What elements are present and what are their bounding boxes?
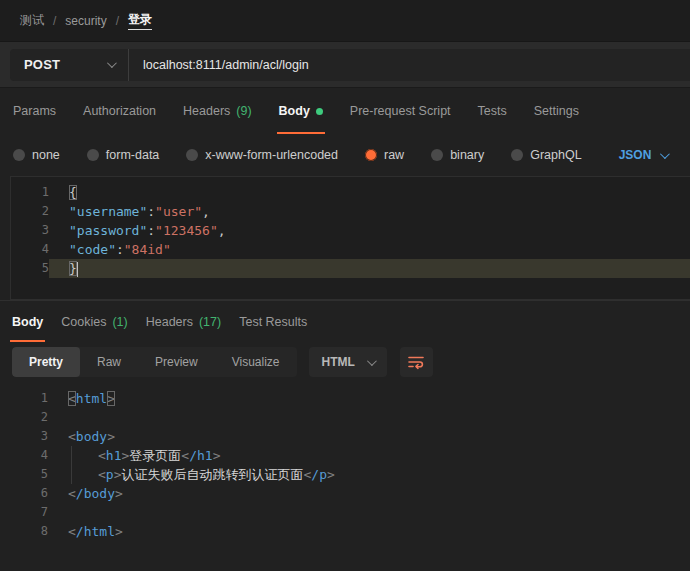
code-line: 3 <body> xyxy=(0,427,690,446)
radio-icon xyxy=(511,149,523,161)
method-label: POST xyxy=(24,57,60,72)
json-value: "user" xyxy=(155,204,202,219)
response-format-select[interactable]: HTML xyxy=(309,347,387,377)
angle-close: > xyxy=(327,467,335,482)
response-tab-headers[interactable]: Headers (17) xyxy=(146,301,221,342)
method-select[interactable]: POST xyxy=(10,49,128,81)
wrap-lines-button[interactable] xyxy=(400,347,433,377)
view-raw-button[interactable]: Raw xyxy=(80,347,138,377)
view-pretty-button[interactable]: Pretty xyxy=(12,347,80,377)
tag-name: /body xyxy=(76,486,115,501)
raw-language-select[interactable]: JSON xyxy=(619,148,668,162)
line-number: 3 xyxy=(11,221,49,240)
colon: : xyxy=(147,204,155,219)
tab-count: (9) xyxy=(236,104,251,118)
request-tabs: Params Authorization Headers (9) Body Pr… xyxy=(0,88,690,134)
tab-authorization[interactable]: Authorization xyxy=(83,88,156,134)
view-preview-button[interactable]: Preview xyxy=(138,347,215,377)
tab-label: Settings xyxy=(534,104,579,118)
angle-close: > xyxy=(213,448,221,463)
tab-label: Authorization xyxy=(83,104,156,118)
code-line: 1 <html> xyxy=(0,389,690,408)
mode-form-data[interactable]: form-data xyxy=(87,148,160,162)
colon: : xyxy=(116,242,124,257)
comma: , xyxy=(218,223,226,238)
breadcrumb-item-collection[interactable]: security xyxy=(65,14,106,28)
tag-name: html xyxy=(76,391,107,406)
line-number: 3 xyxy=(0,427,48,446)
chevron-down-icon xyxy=(367,356,377,366)
response-view-toolbar: Pretty Raw Preview Visualize HTML xyxy=(0,342,690,382)
line-number: 4 xyxy=(0,446,48,465)
radio-icon xyxy=(87,149,99,161)
code-line: 7 xyxy=(0,503,690,522)
text-cursor xyxy=(77,262,78,277)
response-tab-cookies[interactable]: Cookies (1) xyxy=(61,301,127,342)
mode-label: GraphQL xyxy=(530,148,581,162)
wrap-text-icon xyxy=(408,354,425,370)
request-body-editor[interactable]: 1 { 2 "username":"user", 3 "password":"1… xyxy=(10,176,690,300)
line-number: 8 xyxy=(0,522,48,541)
json-value: "123456" xyxy=(155,223,218,238)
url-text: localhost:8111/admin/acl/login xyxy=(143,58,309,72)
response-tabs: Body Cookies (1) Headers (17) Test Resul… xyxy=(0,300,690,342)
breadcrumb-separator: / xyxy=(53,14,56,28)
tab-count: (17) xyxy=(199,315,221,329)
mode-label: raw xyxy=(384,148,404,162)
tab-body[interactable]: Body xyxy=(279,88,323,134)
tab-label: Cookies xyxy=(61,315,106,329)
tab-tests[interactable]: Tests xyxy=(478,88,507,134)
angle-open: < xyxy=(68,391,76,406)
url-input[interactable]: localhost:8111/admin/acl/login xyxy=(129,49,690,81)
json-key: "username" xyxy=(69,204,147,219)
radio-selected-icon xyxy=(365,149,377,161)
angle-open: < xyxy=(68,486,76,501)
mode-label: none xyxy=(32,148,60,162)
tag-name: h1 xyxy=(106,448,122,463)
code-line: 6 </body> xyxy=(0,484,690,503)
chevron-down-icon xyxy=(660,149,670,159)
angle-open: < xyxy=(68,429,76,444)
radio-icon xyxy=(186,149,198,161)
comma: , xyxy=(202,204,210,219)
line-number: 4 xyxy=(11,240,49,259)
indent-guide xyxy=(71,446,98,465)
tab-count: (1) xyxy=(112,315,127,329)
mode-x-www-form-urlencoded[interactable]: x-www-form-urlencoded xyxy=(186,148,338,162)
mode-binary[interactable]: binary xyxy=(431,148,484,162)
breadcrumb-item-workspace[interactable]: 测试 xyxy=(20,12,44,29)
response-tab-test-results[interactable]: Test Results xyxy=(239,301,307,342)
mode-graphql[interactable]: GraphQL xyxy=(511,148,581,162)
line-number: 2 xyxy=(0,408,48,427)
open-brace: { xyxy=(69,185,77,200)
tab-label: Headers xyxy=(183,104,230,118)
line-number: 2 xyxy=(11,202,49,221)
tab-pre-request-script[interactable]: Pre-request Script xyxy=(350,88,451,134)
breadcrumb-separator: / xyxy=(116,14,119,28)
view-visualize-button[interactable]: Visualize xyxy=(215,347,297,377)
radio-icon xyxy=(431,149,443,161)
radio-icon xyxy=(13,149,25,161)
response-body-viewer[interactable]: 1 <html> 2 3 <body> 4 <h1>登录页面</h1> 5 <p… xyxy=(0,382,690,571)
tab-params[interactable]: Params xyxy=(13,88,56,134)
mode-none[interactable]: none xyxy=(13,148,60,162)
angle-open: < xyxy=(98,448,106,463)
code-line: 2 "username":"user", xyxy=(11,202,690,221)
breadcrumb-request-name[interactable]: 登录 xyxy=(128,11,152,30)
close-brace: } xyxy=(69,261,77,276)
mode-raw[interactable]: raw xyxy=(365,148,404,162)
tag-name: p xyxy=(106,467,114,482)
tab-headers[interactable]: Headers (9) xyxy=(183,88,252,134)
tab-label: Pre-request Script xyxy=(350,104,451,118)
line-number: 6 xyxy=(0,484,48,503)
line-number: 7 xyxy=(0,503,48,522)
response-tab-body[interactable]: Body xyxy=(12,301,43,342)
view-mode-group: Pretty Raw Preview Visualize xyxy=(12,347,297,377)
line-number: 5 xyxy=(0,465,48,484)
url-input-group: POST localhost:8111/admin/acl/login xyxy=(10,49,690,81)
mode-label: x-www-form-urlencoded xyxy=(205,148,338,162)
code-line: 4 <h1>登录页面</h1> xyxy=(0,446,690,465)
json-key: "password" xyxy=(69,223,147,238)
tab-settings[interactable]: Settings xyxy=(534,88,579,134)
tag-name: body xyxy=(76,429,107,444)
